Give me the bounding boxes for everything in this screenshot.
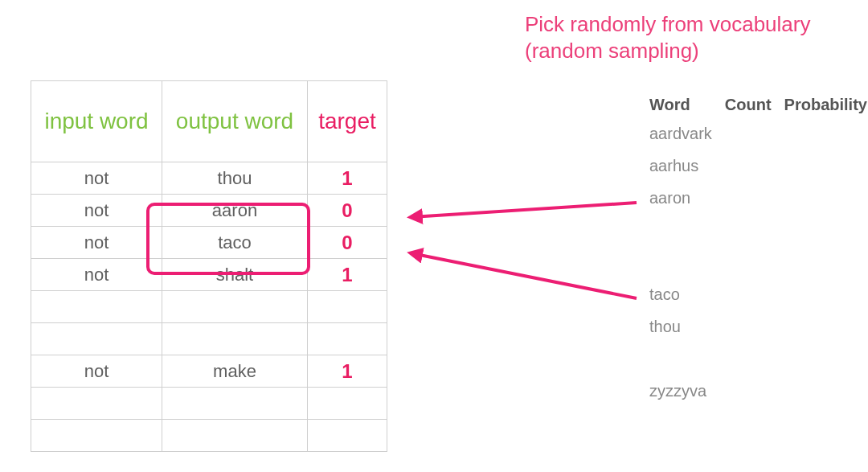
vocab-header-prob: Probability (778, 92, 868, 117)
table-row: not shalt 1 (31, 259, 387, 291)
cell-target (308, 420, 387, 452)
table-row (31, 388, 387, 420)
table-row: not thou 1 (31, 162, 387, 195)
cell-input: not (31, 227, 162, 259)
cell-output: shalt (162, 259, 308, 291)
vocab-word: aarhus (643, 150, 719, 182)
vocab-row: thou (643, 310, 868, 343)
vocab-row (643, 246, 868, 278)
cell-input: not (31, 195, 162, 227)
col-header-target: target (308, 81, 387, 162)
table-row: not aaron 0 (31, 195, 387, 227)
cell-input: not (31, 259, 162, 291)
vocab-row: aardvark (643, 117, 868, 150)
annotation-title: Pick randomly from vocabulary (random sa… (525, 11, 810, 64)
vocab-word: taco (643, 278, 719, 310)
cell-output (162, 420, 308, 452)
cell-output: make (162, 355, 308, 388)
arrow-icon (411, 203, 637, 217)
vocab-row: aarhus (643, 150, 868, 182)
cell-output: thou (162, 162, 308, 195)
cell-input (31, 291, 162, 323)
vocab-word: aaron (643, 182, 719, 214)
vocab-row (643, 214, 868, 246)
cell-output: taco (162, 227, 308, 259)
cell-target: 1 (308, 259, 387, 291)
arrow-icon (411, 253, 637, 298)
table-row (31, 420, 387, 452)
table-row: not taco 0 (31, 227, 387, 259)
cell-input (31, 388, 162, 420)
col-header-input: input word (31, 81, 162, 162)
cell-target: 0 (308, 195, 387, 227)
cell-output (162, 388, 308, 420)
vocab-header-word: Word (643, 92, 719, 117)
vocab-row (643, 343, 868, 375)
cell-input: not (31, 162, 162, 195)
cell-output: aaron (162, 195, 308, 227)
vocab-word: thou (643, 310, 719, 343)
cell-target (308, 291, 387, 323)
vocab-row: taco (643, 278, 868, 310)
annotation-line1: Pick randomly from vocabulary (525, 12, 810, 36)
cell-target: 1 (308, 355, 387, 388)
cell-target: 1 (308, 162, 387, 195)
vocab-row: zyzzyva (643, 375, 868, 407)
cell-input (31, 420, 162, 452)
cell-input: not (31, 355, 162, 388)
vocab-word (643, 343, 719, 375)
training-pairs-table: input word output word target not thou 1… (31, 80, 387, 452)
cell-output (162, 291, 308, 323)
cell-target (308, 388, 387, 420)
cell-output (162, 323, 308, 355)
vocab-header-count: Count (719, 92, 778, 117)
cell-target: 0 (308, 227, 387, 259)
vocab-word: aardvark (643, 117, 719, 150)
vocabulary-table: Word Count Probability aardvark aarhus a… (643, 92, 868, 407)
vocab-row: aaron (643, 182, 868, 214)
vocab-word (643, 214, 719, 246)
table-row (31, 323, 387, 355)
table-row (31, 291, 387, 323)
table-row: not make 1 (31, 355, 387, 388)
cell-target (308, 323, 387, 355)
vocab-word (643, 246, 719, 278)
col-header-output: output word (162, 81, 308, 162)
vocab-word: zyzzyva (643, 375, 719, 407)
annotation-line2: (random sampling) (525, 39, 699, 63)
cell-input (31, 323, 162, 355)
